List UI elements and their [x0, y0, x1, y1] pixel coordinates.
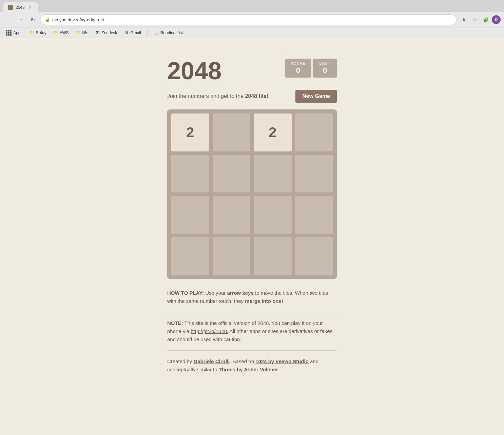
divider-1 [167, 312, 337, 312]
zendesk-label: Zendesk [101, 30, 117, 35]
score-box: SCORE 0 [285, 59, 311, 78]
arrow-keys-text: arrow keys [227, 290, 253, 296]
score-label: SCORE [291, 61, 306, 65]
rafay-label: Rafay [36, 30, 46, 35]
gmail-bookmark[interactable]: M Gmail [121, 29, 143, 36]
credits-text: Created by Gabriele Cirulli. Based on 10… [167, 357, 337, 374]
tab-title: 2048 [16, 5, 25, 10]
nav-bar: ← → ↻ 🔒 alb.yog.dev.rafay-edge.net ⬇ ☆ 🧩… [0, 12, 504, 27]
tab-bar: 2048 ✕ [0, 0, 504, 12]
refresh-button[interactable]: ↻ [28, 15, 37, 24]
active-tab[interactable]: 2048 ✕ [3, 2, 38, 13]
profile-initial: D [495, 17, 498, 22]
note-text: NOTE: This site is the official version … [167, 319, 337, 344]
gmail-label: Gmail [130, 30, 141, 35]
tab-close-button[interactable]: ✕ [27, 5, 33, 10]
note-label: NOTE: [167, 320, 183, 326]
tile-12 [171, 237, 209, 275]
k8s-bookmark[interactable]: 📁 k8s [73, 29, 91, 36]
how-to-play-label: HOW TO PLAY: [167, 290, 204, 296]
game-title: 2048 [167, 59, 221, 83]
tile-9 [213, 196, 251, 234]
best-label: BEST [318, 61, 331, 65]
tile-11 [295, 196, 333, 234]
credits-text1: Created by [167, 358, 194, 364]
tile-14 [254, 237, 292, 275]
credits-text2: . Based on [230, 358, 255, 364]
tile-2: 2 [254, 113, 292, 151]
divider-2 [167, 350, 337, 351]
tile-5 [213, 155, 251, 193]
intro-text-part1: Join the numbers and get to the [167, 93, 245, 99]
credits-based-on-link[interactable]: 1024 by Veewo Studio [255, 358, 309, 364]
gmail-icon: M [124, 30, 129, 35]
score-value: 0 [291, 66, 306, 75]
folder-icon: 📁 [76, 30, 80, 35]
game-intro: Join the numbers and get to the 2048 til… [167, 90, 337, 103]
instructions: HOW TO PLAY: Use your arrow keys to move… [167, 289, 337, 374]
apps-label: Apps [13, 30, 22, 35]
rafay-bookmark[interactable]: 📁 Rafay [26, 29, 49, 36]
back-arrow-icon: ← [5, 17, 11, 23]
browser-chrome: 2048 ✕ ← → ↻ 🔒 alb.yog.dev.rafay-edge.ne… [0, 0, 504, 38]
page-content: 2048 SCORE 0 BEST 0 Join the numbers and… [0, 38, 504, 435]
new-game-button[interactable]: New Game [295, 90, 337, 103]
address-bar[interactable]: 🔒 alb.yog.dev.rafay-edge.net [40, 14, 457, 25]
lock-icon: 🔒 [45, 17, 50, 22]
url-text: alb.yog.dev.rafay-edge.net [52, 17, 451, 22]
intro-text: Join the numbers and get to the 2048 til… [167, 93, 268, 99]
tile-3 [295, 113, 333, 151]
folder-icon: 📁 [53, 30, 58, 35]
game-container: 2048 SCORE 0 BEST 0 Join the numbers and… [167, 59, 337, 289]
best-value: 0 [318, 66, 331, 75]
download-icon-button[interactable]: ⬇ [459, 15, 469, 24]
bookmarks-bar: Apps 📁 Rafay 📁 AWS 📁 k8s Z Zendesk M Gma… [0, 27, 504, 38]
credits-similar-link[interactable]: Threes by Asher Vollmer [219, 367, 278, 372]
tile-7 [295, 155, 333, 193]
apps-grid-icon [6, 30, 12, 36]
how-to-play-text: HOW TO PLAY: Use your arrow keys to move… [167, 289, 337, 305]
back-button[interactable]: ← [3, 15, 13, 24]
puzzle-icon: 🧩 [483, 17, 489, 22]
zendesk-bookmark[interactable]: Z Zendesk [92, 29, 120, 36]
merge-text: merge into one! [245, 298, 283, 304]
note-link[interactable]: http://git.io/2048. [191, 328, 228, 334]
aws-bookmark[interactable]: 📁 AWS [51, 29, 72, 36]
tile-6 [254, 155, 292, 193]
forward-arrow-icon: → [18, 17, 23, 23]
reading-list-divider [147, 29, 148, 36]
k8s-label: k8s [82, 30, 89, 35]
tile-1 [213, 113, 251, 151]
tile-10 [254, 196, 292, 234]
tile-0: 2 [171, 113, 209, 151]
bookmark-icon-button[interactable]: ☆ [470, 15, 480, 24]
download-icon: ⬇ [462, 17, 466, 22]
credits-author-link[interactable]: Gabriele Cirulli [194, 358, 230, 364]
profile-button[interactable]: D [492, 15, 501, 24]
game-header: 2048 SCORE 0 BEST 0 [167, 59, 337, 83]
forward-button[interactable]: → [16, 15, 25, 24]
tab-favicon [8, 5, 13, 10]
tile-8 [171, 196, 209, 234]
credits-text4: . [278, 367, 279, 372]
best-box: BEST 0 [313, 59, 337, 78]
star-icon: ☆ [473, 17, 477, 22]
folder-icon: 📁 [29, 30, 34, 35]
tile-15 [295, 237, 333, 275]
nav-icons: ⬇ ☆ 🧩 D [459, 15, 501, 24]
score-boxes: SCORE 0 BEST 0 [285, 59, 337, 78]
reading-list-button[interactable]: 📖 Reading List [151, 29, 186, 36]
refresh-icon: ↻ [31, 17, 35, 23]
how-to-play-text1: Use your [204, 290, 227, 296]
reading-list-label: Reading List [160, 30, 183, 35]
score-section: SCORE 0 BEST 0 [285, 59, 337, 78]
aws-label: AWS [60, 30, 69, 35]
apps-bookmark[interactable]: Apps [3, 29, 25, 37]
tile-4 [171, 155, 209, 193]
game-board: 22 [167, 109, 337, 279]
zendesk-icon: Z [95, 30, 100, 35]
reading-list-icon: 📖 [154, 30, 159, 35]
extensions-icon-button[interactable]: 🧩 [481, 15, 490, 24]
intro-highlight: 2048 tile! [245, 93, 268, 99]
tile-13 [213, 237, 251, 275]
